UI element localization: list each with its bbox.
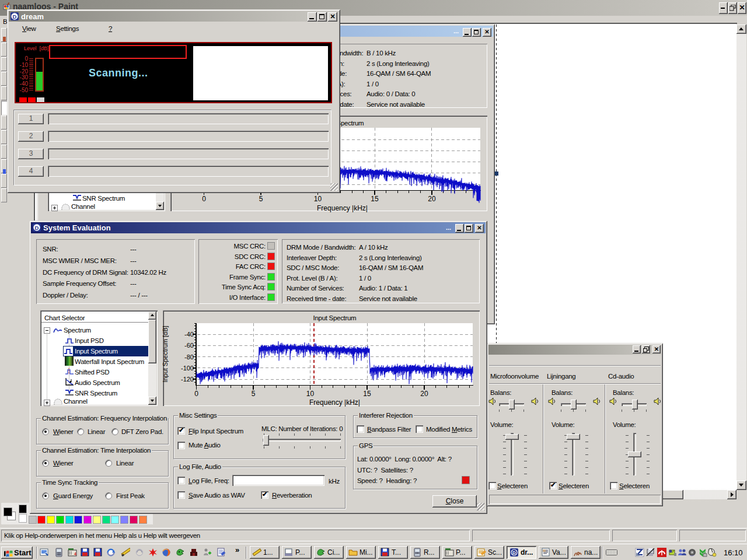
svg-text:D: D — [512, 550, 516, 555]
svg-text:4: 4 — [74, 552, 76, 556]
svg-text:D: D — [13, 13, 17, 20]
